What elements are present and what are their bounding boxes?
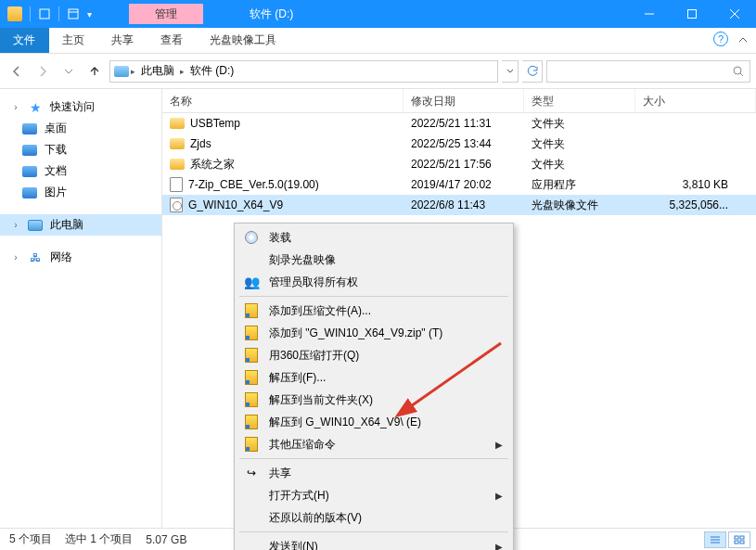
- nav-up-button[interactable]: [83, 60, 106, 83]
- file-size: 5,325,056...: [635, 198, 756, 211]
- breadcrumb-drive[interactable]: 软件 (D:): [186, 63, 237, 79]
- svg-rect-1: [69, 9, 78, 19]
- file-icon: [170, 118, 185, 129]
- sidebar-item-documents[interactable]: 文档: [0, 160, 161, 182]
- chevron-right-icon: ▶: [495, 542, 503, 551]
- column-type[interactable]: 类型: [524, 89, 635, 112]
- menu-item-mount[interactable]: 装载: [237, 226, 510, 249]
- menu-item-extract-to-folder[interactable]: 解压到 G_WIN10_X64_V9\ (E): [237, 411, 510, 433]
- menu-item-extract-here[interactable]: 解压到当前文件夹(X): [237, 389, 510, 411]
- tab-disc-tools[interactable]: 光盘映像工具: [197, 28, 290, 53]
- menu-item-open-with-360[interactable]: 用360压缩打开(Q): [237, 344, 510, 366]
- file-type: 文件夹: [524, 157, 635, 173]
- menu-item-send-to[interactable]: 发送到(N)▶: [237, 535, 510, 550]
- status-selection-size: 5.07 GB: [146, 533, 186, 546]
- svg-rect-14: [735, 541, 738, 544]
- breadcrumb-this-pc[interactable]: 此电脑: [137, 63, 178, 79]
- menu-item-add-to-archive[interactable]: 添加到压缩文件(A)...: [237, 300, 510, 322]
- maximize-button[interactable]: [671, 0, 713, 28]
- file-row[interactable]: 系统之家2022/5/21 17:56文件夹: [162, 154, 756, 174]
- close-button[interactable]: [713, 0, 756, 28]
- chevron-right-icon[interactable]: ▸: [131, 67, 135, 76]
- status-selection-count: 选中 1 个项目: [65, 531, 133, 547]
- qat-pin-icon[interactable]: [38, 7, 51, 20]
- sidebar-network[interactable]: › 🖧 网络: [0, 247, 161, 268]
- tab-share[interactable]: 共享: [98, 28, 147, 53]
- qat-dropdown-icon[interactable]: ▾: [87, 9, 92, 19]
- sidebar-item-label: 此电脑: [50, 217, 83, 233]
- tab-file[interactable]: 文件: [0, 28, 49, 53]
- file-icon: [170, 138, 185, 149]
- file-type: 文件夹: [524, 136, 635, 152]
- folder-icon: [22, 187, 37, 198]
- file-type: 文件夹: [524, 116, 635, 132]
- chevron-right-icon[interactable]: ▸: [180, 67, 185, 76]
- archive-icon: [245, 392, 258, 407]
- menu-item-share[interactable]: ↪共享: [237, 462, 510, 484]
- file-row[interactable]: G_WIN10_X64_V92022/6/8 11:43光盘映像文件5,325,…: [162, 195, 756, 215]
- file-row[interactable]: 7-Zip_CBE_Ver.5.0(19.00)2019/4/17 20:02应…: [162, 174, 756, 195]
- file-size: 3,810 KB: [635, 178, 756, 191]
- sidebar-item-desktop[interactable]: 桌面: [0, 118, 161, 139]
- sidebar-item-label: 下载: [45, 142, 67, 158]
- archive-icon: [245, 303, 258, 318]
- sidebar-item-label: 桌面: [45, 121, 67, 136]
- menu-item-extract-to[interactable]: 解压到(F)...: [237, 366, 510, 389]
- column-date[interactable]: 修改日期: [404, 89, 524, 112]
- menu-item-open-with[interactable]: 打开方式(H)▶: [237, 484, 510, 506]
- svg-rect-15: [740, 541, 744, 544]
- chevron-right-icon: ▶: [495, 491, 503, 501]
- chevron-right-icon[interactable]: ›: [11, 102, 20, 112]
- nav-back-button[interactable]: [6, 60, 28, 83]
- file-row[interactable]: Zjds2022/5/25 13:44文件夹: [162, 134, 756, 154]
- column-name[interactable]: 名称: [162, 89, 404, 112]
- view-thumbnails-button[interactable]: [728, 531, 750, 548]
- archive-icon: [245, 348, 258, 363]
- nav-forward-button[interactable]: [32, 60, 54, 83]
- file-row[interactable]: USBTemp2022/5/21 11:31文件夹: [162, 113, 756, 134]
- address-dropdown-icon[interactable]: [502, 60, 519, 83]
- column-size[interactable]: 大小: [635, 89, 756, 112]
- nav-recent-dropdown[interactable]: [58, 60, 80, 83]
- tab-view[interactable]: 查看: [147, 28, 197, 53]
- svg-rect-13: [740, 536, 744, 539]
- chevron-right-icon[interactable]: ›: [11, 220, 20, 230]
- ribbon-collapse-icon[interactable]: [737, 34, 749, 48]
- share-icon: ↪: [243, 465, 260, 481]
- sidebar-item-label: 快速访问: [50, 99, 95, 115]
- sidebar-item-label: 图片: [45, 185, 67, 200]
- breadcrumb[interactable]: ▸ 此电脑 ▸ 软件 (D:): [109, 60, 498, 83]
- chevron-right-icon[interactable]: ›: [11, 252, 20, 262]
- qat-properties-icon[interactable]: [67, 7, 80, 20]
- folder-icon: [22, 145, 37, 156]
- menu-separator: [239, 296, 508, 297]
- nav-pane: › ★ 快速访问 桌面 下载 文档 图片 ›: [0, 89, 162, 528]
- file-icon: [170, 159, 185, 170]
- menu-item-restore-versions[interactable]: 还原以前的版本(V): [237, 506, 510, 529]
- menu-item-more-archive[interactable]: 其他压缩命令▶: [237, 433, 510, 455]
- file-name: 系统之家: [190, 157, 235, 173]
- help-icon[interactable]: ?: [713, 32, 728, 46]
- view-details-button[interactable]: [704, 531, 726, 548]
- refresh-button[interactable]: [522, 60, 543, 83]
- sidebar-item-downloads[interactable]: 下载: [0, 139, 161, 160]
- menu-item-admin-ownership[interactable]: 👥管理员取得所有权: [237, 271, 510, 293]
- tab-home[interactable]: 主页: [49, 28, 98, 53]
- menu-separator: [239, 458, 508, 459]
- network-icon: 🖧: [28, 250, 43, 265]
- menu-item-add-to-named-zip[interactable]: 添加到 "G_WIN10_X64_V9.zip" (T): [237, 322, 510, 344]
- file-type: 应用程序: [524, 177, 635, 193]
- app-icon: [7, 6, 22, 21]
- column-headers: 名称 修改日期 类型 大小: [162, 89, 756, 113]
- sidebar-this-pc[interactable]: › 此电脑: [0, 214, 161, 236]
- menu-item-burn[interactable]: 刻录光盘映像: [237, 249, 510, 271]
- archive-icon: [245, 370, 258, 385]
- svg-rect-12: [735, 536, 738, 539]
- search-input[interactable]: [546, 60, 750, 83]
- file-date: 2022/5/21 17:56: [404, 158, 524, 171]
- sidebar-item-pictures[interactable]: 图片: [0, 182, 161, 203]
- minimize-button[interactable]: [628, 0, 671, 28]
- sidebar-quick-access[interactable]: › ★ 快速访问: [0, 96, 161, 118]
- file-date: 2022/6/8 11:43: [404, 198, 524, 211]
- computer-icon: [28, 220, 43, 231]
